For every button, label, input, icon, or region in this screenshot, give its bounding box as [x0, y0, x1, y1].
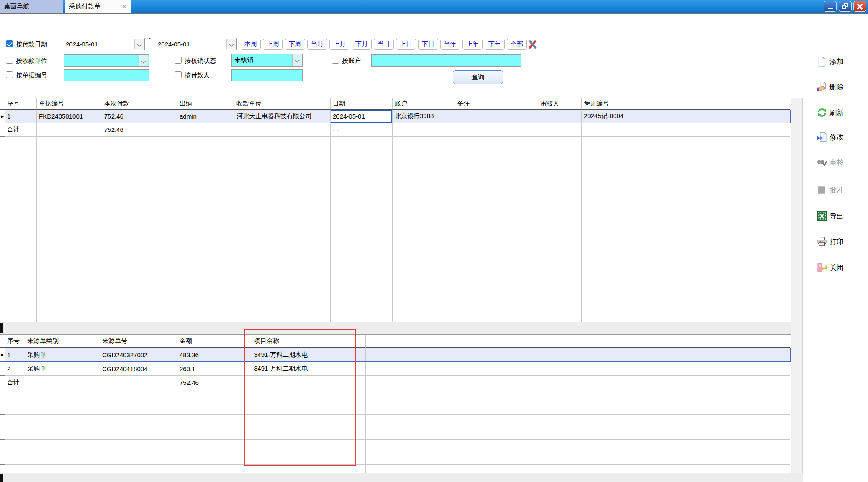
column-header[interactable]: 序号 — [5, 98, 37, 110]
column-header[interactable]: 审核人 — [538, 98, 582, 110]
quick-date-button[interactable]: 下月 — [352, 39, 372, 50]
column-header[interactable]: 日期 — [331, 98, 393, 110]
table-cell[interactable]: 1 — [5, 348, 25, 362]
column-header[interactable]: 本次付款 — [102, 98, 177, 110]
table-cell[interactable] — [347, 348, 366, 362]
quick-date-button[interactable]: 本周 — [241, 39, 261, 50]
filter-tools-icon[interactable] — [526, 39, 538, 50]
doc-number-checkbox[interactable] — [6, 71, 13, 78]
writeoff-status-checkbox[interactable] — [175, 57, 182, 64]
table-cell[interactable]: 20245记-0004 — [582, 110, 660, 123]
row-selector[interactable] — [0, 362, 5, 376]
table-row[interactable]: 2采购单CGD240418004269.13491-万科二期水电 — [0, 362, 791, 376]
table-row[interactable]: 合计752.46 — [0, 376, 791, 389]
modify-button[interactable]: 修改 — [817, 131, 844, 143]
table-cell[interactable]: CGD240327002 — [100, 348, 177, 362]
table-row[interactable]: 合计752.46- - — [0, 123, 791, 137]
table-cell[interactable] — [393, 123, 455, 137]
table-cell[interactable] — [455, 110, 538, 123]
column-header[interactable]: 凭证编号 — [582, 98, 660, 110]
table-cell[interactable]: 合计 — [5, 123, 37, 137]
quick-date-button[interactable]: 当年 — [440, 39, 460, 50]
column-header[interactable]: 序号 — [5, 335, 25, 348]
table-cell[interactable] — [37, 123, 102, 137]
table-cell[interactable]: 北京银行3988 — [393, 110, 455, 123]
table-cell[interactable]: 1 — [5, 110, 37, 123]
table-row[interactable]: ▶1FKD240501001752.46admin河北天正电器科技有限公司202… — [0, 110, 791, 123]
pay-date-checkbox[interactable] — [6, 40, 13, 47]
table-cell[interactable] — [177, 123, 234, 137]
table-cell[interactable]: 269.1 — [177, 362, 252, 376]
quick-date-button[interactable]: 下周 — [285, 39, 305, 50]
column-header[interactable] — [366, 335, 790, 348]
table-cell[interactable]: 752.46 — [102, 123, 177, 137]
chevron-down-icon[interactable] — [226, 39, 236, 49]
table-cell[interactable]: admin — [177, 110, 234, 123]
quick-date-button[interactable]: 当月 — [307, 39, 327, 50]
table-cell[interactable] — [347, 362, 366, 376]
table-cell[interactable]: 3491-万科二期水电 — [252, 362, 347, 376]
quick-date-button[interactable]: 上年 — [462, 39, 483, 50]
add-button[interactable]: 添加 — [817, 55, 844, 68]
close-tab-button[interactable]: 关闭 — [817, 261, 844, 274]
chevron-down-icon[interactable] — [134, 39, 144, 49]
column-header[interactable]: 来源单类别 — [25, 335, 100, 348]
table-cell[interactable] — [252, 376, 347, 389]
table-cell[interactable]: 752.46 — [177, 376, 252, 389]
print-button[interactable]: 打印 — [817, 235, 844, 248]
column-header[interactable]: 收款单位 — [234, 98, 331, 110]
table-cell[interactable] — [366, 348, 790, 362]
table-cell[interactable]: FKD240501001 — [37, 110, 102, 123]
table-cell[interactable]: 2 — [5, 362, 25, 376]
date-to-select[interactable]: 2024-05-01 — [155, 38, 237, 50]
table-cell[interactable] — [234, 123, 331, 137]
account-input[interactable] — [371, 54, 521, 67]
payee-select[interactable] — [64, 54, 149, 67]
table-row[interactable]: ▶1采购单CGD240327002483.363491-万科二期水电 — [0, 348, 791, 362]
quick-date-button[interactable]: 上周 — [263, 39, 283, 50]
quick-date-button[interactable]: 上日 — [396, 39, 416, 50]
table-cell[interactable] — [100, 376, 177, 389]
table-cell[interactable] — [582, 123, 660, 137]
query-button[interactable]: 查询 — [453, 70, 503, 84]
column-header[interactable]: 单据编号 — [37, 98, 102, 110]
quick-date-button[interactable]: 全部 — [507, 39, 527, 50]
column-header[interactable]: 出纳 — [177, 98, 234, 110]
column-header[interactable]: 账户 — [393, 98, 455, 110]
quick-date-button[interactable]: 下年 — [485, 39, 505, 50]
table-cell[interactable] — [347, 376, 366, 389]
minimize-button[interactable] — [824, 1, 837, 12]
refresh-button[interactable]: 刷新 — [817, 106, 844, 119]
restore-button[interactable] — [839, 1, 852, 12]
table-cell[interactable] — [366, 362, 790, 376]
vertical-scrollbar[interactable] — [791, 98, 803, 473]
delete-button[interactable]: 删除 — [817, 80, 844, 93]
table-cell[interactable]: 3491-万科二期水电 — [252, 348, 347, 362]
quick-date-button[interactable]: 当日 — [374, 39, 394, 50]
table-cell[interactable] — [660, 123, 790, 137]
table-cell[interactable] — [660, 110, 790, 123]
row-selector[interactable]: ▶ — [0, 110, 5, 123]
table-cell[interactable] — [538, 110, 582, 123]
account-checkbox[interactable] — [332, 57, 339, 64]
table-cell[interactable]: CGD240418004 — [100, 362, 177, 376]
payer-checkbox[interactable] — [175, 71, 182, 78]
table-cell[interactable] — [455, 123, 538, 137]
chevron-down-icon[interactable] — [139, 55, 148, 66]
column-header[interactable]: 备注 — [455, 98, 538, 110]
table-cell[interactable]: - - — [331, 123, 393, 137]
table-cell[interactable] — [25, 376, 100, 389]
column-header[interactable] — [660, 98, 790, 110]
row-selector[interactable]: ▶ — [0, 348, 5, 362]
table-cell[interactable] — [366, 376, 790, 389]
table-cell[interactable]: 采购单 — [25, 348, 100, 362]
payer-input[interactable] — [231, 69, 303, 81]
table-cell[interactable]: 合计 — [5, 376, 25, 389]
table-cell[interactable]: 483.36 — [177, 348, 252, 362]
table-cell[interactable]: 河北天正电器科技有限公司 — [234, 110, 331, 123]
row-selector[interactable] — [0, 123, 5, 137]
column-header[interactable]: 来源单号 — [100, 335, 177, 348]
chevron-down-icon[interactable] — [292, 54, 302, 66]
table-cell[interactable]: 2024-05-01 — [331, 110, 393, 123]
writeoff-status-select[interactable]: 未核销 — [231, 54, 303, 67]
